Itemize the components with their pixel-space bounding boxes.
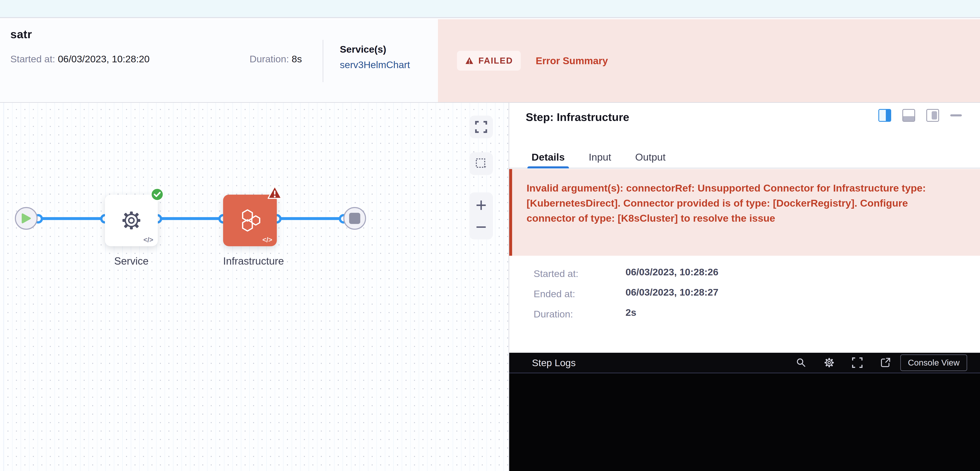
service-link[interactable]: serv3HelmChart [340, 59, 410, 70]
step-details-list: Started at: 06/03/2023, 10:28:26 Ended a… [534, 268, 719, 328]
execution-body: </> Service </> [0, 102, 980, 471]
detail-value: 06/03/2023, 10:28:27 [625, 287, 718, 298]
edge-infrastructure-to-end [277, 217, 344, 220]
marquee-select-icon [475, 158, 487, 170]
step-logs-header: Step Logs [509, 353, 980, 373]
duration-row: Duration: 8s [250, 53, 302, 65]
detail-row-duration: Duration: 2s [534, 308, 719, 328]
page-title: satr [10, 27, 32, 41]
logs-actions [795, 357, 891, 368]
fullscreen-icon [475, 121, 487, 133]
detail-value: 06/03/2023, 10:28:26 [625, 266, 718, 278]
canvas-zoom-controls: + − [469, 192, 493, 239]
external-link-icon [880, 357, 891, 368]
canvas-select-mode-button[interactable] [469, 152, 493, 175]
stop-icon [349, 213, 360, 224]
pipeline-canvas[interactable]: </> Service </> [0, 103, 509, 471]
panel-layout-actions [878, 109, 962, 122]
tab-output[interactable]: Output [633, 146, 668, 168]
step-logs-section: Step Logs [509, 353, 980, 471]
tab-input[interactable]: Input [587, 146, 613, 168]
layout-right-split-button[interactable] [878, 109, 891, 122]
service-step-node[interactable]: </> [105, 195, 158, 246]
step-logs-title: Step Logs [532, 357, 576, 368]
services-label: Service(s) [340, 44, 410, 55]
detail-label: Started at: [534, 268, 623, 279]
node-label-infrastructure: Infrastructure [223, 255, 277, 267]
detail-value: 2s [625, 307, 636, 318]
hexagons-infrastructure-icon [237, 208, 262, 233]
step-logs-output[interactable] [509, 373, 980, 471]
search-icon [796, 357, 807, 368]
started-at-value: 06/03/2023, 10:28:20 [58, 54, 150, 64]
started-at-row: Started at: 06/03/2023, 10:28:20 [10, 53, 150, 65]
duration-value: 8s [292, 54, 302, 64]
minimize-panel-button[interactable] [950, 114, 962, 116]
code-template-icon: </> [143, 236, 153, 244]
canvas-fullscreen-button[interactable] [469, 116, 493, 138]
open-logs-new-window-button[interactable] [880, 357, 891, 368]
detail-label: Duration: [534, 308, 623, 320]
execution-header: satr Started at: 06/03/2023, 10:28:20 Du… [0, 19, 980, 102]
step-panel-title: Step: Infrastructure [526, 111, 629, 124]
fullscreen-icon [852, 357, 863, 368]
step-details-panel: Step: Infrastructure Details Input Outpu… [509, 103, 980, 471]
logs-settings-button[interactable] [823, 357, 835, 368]
status-badge: FAILED [457, 51, 521, 71]
code-template-icon: </> [262, 236, 272, 244]
top-app-strip [0, 0, 980, 18]
detail-row-started: Started at: 06/03/2023, 10:28:26 [534, 268, 719, 288]
gear-icon [119, 208, 143, 233]
layout-right-split-right-half [886, 110, 891, 121]
zoom-in-button[interactable]: + [476, 195, 487, 214]
start-node[interactable] [15, 207, 38, 230]
logs-fullscreen-button[interactable] [851, 357, 863, 368]
duration-label: Duration: [250, 54, 289, 64]
services-block: Service(s) serv3HelmChart [340, 44, 410, 70]
layout-floating-inner-rect [932, 111, 937, 119]
step-panel-tabs: Details Input Output [509, 146, 980, 168]
header-divider [323, 40, 323, 82]
failure-warning-icon [267, 185, 283, 201]
layout-bottom-split-top-half [903, 110, 914, 116]
layout-bottom-split-bottom-half [903, 116, 914, 121]
end-node[interactable] [343, 207, 366, 230]
edge-service-to-infrastructure [158, 217, 223, 220]
layout-floating-button[interactable] [926, 109, 939, 122]
zoom-out-button[interactable]: − [476, 217, 487, 236]
infrastructure-step-node[interactable]: </> [223, 195, 277, 246]
play-icon [21, 213, 32, 224]
layout-right-split-left-half [879, 110, 886, 121]
search-logs-button[interactable] [795, 357, 807, 368]
detail-label: Ended at: [534, 288, 623, 300]
warning-triangle-icon [465, 56, 474, 65]
status-badge-label: FAILED [479, 56, 513, 66]
success-check-icon [150, 188, 164, 201]
step-error-message: Invalid argument(s): connectorRef: Unsup… [527, 181, 954, 226]
error-summary-banner: FAILED Error Summary [438, 19, 980, 102]
detail-row-ended: Ended at: 06/03/2023, 10:28:27 [534, 288, 719, 308]
node-label-service: Service [105, 255, 158, 267]
error-summary-label: Error Summary [536, 55, 608, 67]
started-at-label: Started at: [10, 54, 55, 64]
tab-details[interactable]: Details [530, 146, 567, 168]
step-error-message-box: Invalid argument(s): connectorRef: Unsup… [509, 169, 980, 256]
edge-start-to-service [38, 217, 105, 220]
layout-bottom-split-button[interactable] [902, 109, 915, 122]
gear-icon [823, 357, 835, 368]
console-view-button[interactable]: Console View [900, 354, 967, 371]
